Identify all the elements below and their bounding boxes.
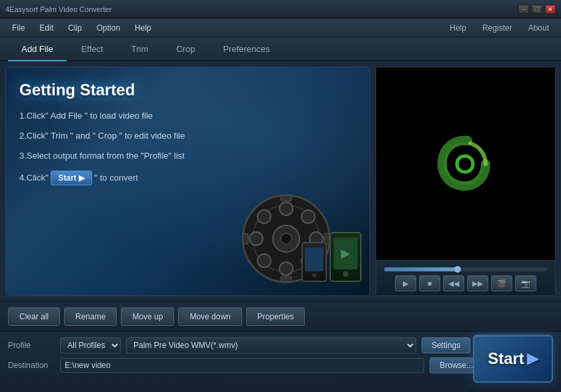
start-button[interactable]: Start ▶ — [473, 335, 553, 383]
svg-point-11 — [257, 254, 271, 267]
seek-fill — [384, 267, 458, 271]
preview-logo — [429, 127, 502, 201]
svg-point-3 — [281, 233, 292, 244]
move-up-button[interactable]: Move up — [121, 307, 174, 326]
step-1: 1.Click" Add File " to load video file — [19, 110, 356, 122]
play-button[interactable]: ▶ — [395, 275, 416, 291]
profile-label: Profile — [8, 341, 55, 350]
svg-point-4 — [279, 202, 293, 215]
svg-point-6 — [249, 232, 263, 245]
start-button-wrap: Start ▶ — [473, 335, 553, 383]
device-mockup: ▶ — [302, 232, 362, 282]
menu-edit[interactable]: Edit — [33, 21, 60, 35]
svg-rect-14 — [243, 233, 248, 244]
settings-button[interactable]: Settings — [422, 337, 470, 353]
fast-forward-button[interactable]: ▶▶ — [467, 275, 488, 291]
step-4: 4.Click" Start ▶ " to convert — [19, 171, 356, 186]
menu-help[interactable]: Help — [128, 21, 158, 35]
bottom-area: Profile All Profiles Palm Pre Video WMV(… — [0, 332, 561, 392]
menu-left: File Edit Clip Option Help — [5, 21, 443, 35]
start-inline-label: Start ▶ — [51, 171, 92, 186]
toolbar: Add File Effect Trim Crop Preferences — [0, 37, 561, 61]
close-button[interactable]: ✕ — [545, 5, 556, 14]
tab-crop[interactable]: Crop — [163, 37, 208, 61]
menu-clip[interactable]: Clip — [61, 21, 89, 35]
seek-handle[interactable] — [454, 266, 461, 273]
start-label: Start — [488, 349, 524, 368]
menu-file[interactable]: File — [5, 21, 31, 35]
start-arrow-icon: ▶ — [527, 350, 538, 367]
main-area: Getting Started 1.Click" Add File " to l… — [0, 61, 561, 301]
properties-button[interactable]: Properties — [246, 307, 306, 326]
action-bar: Clear all Rename Move up Move down Prope… — [0, 301, 561, 332]
app-title: 4Easysort Palm Video Converter — [5, 5, 518, 13]
svg-point-8 — [257, 210, 271, 223]
getting-started-title: Getting Started — [19, 81, 356, 99]
destination-input[interactable] — [60, 358, 424, 373]
destination-row: Destination Browse... Open Folder — [8, 357, 553, 373]
menu-about[interactable]: About — [522, 21, 556, 35]
preview-screen — [376, 67, 555, 260]
screenshot-button[interactable]: 🎬 — [491, 275, 512, 291]
preview-controls: ▶ ■ ◀◀ ▶▶ 🎬 📷 — [376, 260, 555, 295]
menu-right: Help Register About — [443, 21, 556, 35]
seek-bar[interactable] — [384, 267, 547, 271]
rename-button[interactable]: Rename — [64, 307, 117, 326]
tab-preferences[interactable]: Preferences — [209, 37, 283, 61]
profile-row: Profile All Profiles Palm Pre Video WMV(… — [8, 337, 553, 353]
minimize-button[interactable]: − — [518, 5, 529, 14]
svg-rect-12 — [281, 195, 292, 201]
camera-button[interactable]: 📷 — [515, 275, 536, 291]
format-select[interactable]: Palm Pre Video WMV(*.wmv) — [126, 337, 416, 353]
stop-button[interactable]: ■ — [419, 275, 440, 291]
svg-point-10 — [302, 210, 315, 223]
menu-help-right[interactable]: Help — [443, 21, 473, 35]
window-controls: − □ ✕ — [518, 5, 556, 14]
move-down-button[interactable]: Move down — [178, 307, 241, 326]
clear-all-button[interactable]: Clear all — [8, 307, 60, 326]
playback-controls: ▶ ■ ◀◀ ▶▶ 🎬 📷 — [379, 275, 552, 291]
profile-select[interactable]: All Profiles — [60, 337, 121, 353]
tab-trim[interactable]: Trim — [118, 37, 162, 61]
svg-rect-13 — [281, 277, 292, 282]
rewind-button[interactable]: ◀◀ — [443, 275, 464, 291]
svg-point-5 — [279, 262, 293, 275]
preview-panel: ▶ ■ ◀◀ ▶▶ 🎬 📷 — [376, 67, 556, 296]
title-bar: 4Easysort Palm Video Converter − □ ✕ — [0, 0, 561, 19]
step-2: 2.Click" Trim " and " Crop " to edit vid… — [19, 130, 356, 142]
menu-option[interactable]: Option — [90, 21, 127, 35]
tab-add-file[interactable]: Add File — [8, 37, 67, 61]
menu-register[interactable]: Register — [476, 21, 519, 35]
tab-effect[interactable]: Effect — [68, 37, 117, 61]
step-3: 3.Select output format from the "Profile… — [19, 150, 356, 162]
destination-label: Destination — [8, 361, 55, 370]
maximize-button[interactable]: □ — [532, 5, 542, 14]
menu-bar: File Edit Clip Option Help Help Register… — [0, 19, 561, 37]
getting-started-panel: Getting Started 1.Click" Add File " to l… — [5, 67, 370, 296]
